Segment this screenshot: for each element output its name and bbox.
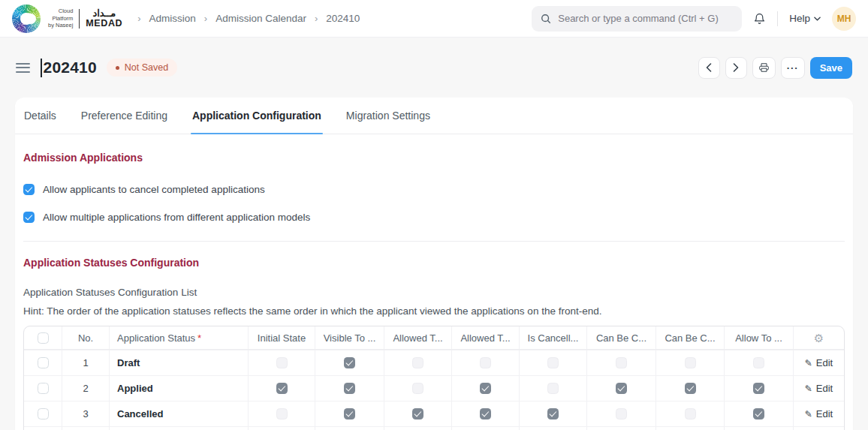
status-flag-cell	[451, 376, 519, 401]
status-flag-checkbox	[344, 357, 355, 368]
status-flag-cell	[519, 350, 586, 375]
brand-tagline: Cloud Platform by Naseej	[48, 8, 73, 29]
row-select-cell	[24, 376, 62, 401]
status-flag-checkbox	[547, 357, 559, 368]
global-search-input[interactable]: Search or type a command (Ctrl + G)	[532, 6, 742, 32]
edit-row-button[interactable]: ✎Edit	[805, 383, 833, 394]
user-avatar[interactable]: MH	[832, 7, 856, 31]
status-flag-checkbox	[412, 383, 423, 394]
status-flag-cell	[724, 350, 793, 375]
column-header-label: Visible To ...	[324, 332, 376, 344]
row-number-cell: 1	[62, 350, 109, 375]
tab-application-configuration[interactable]: Application Configuration	[191, 98, 323, 134]
brand-block[interactable]: Cloud Platform by Naseej مــداد MEDAD	[48, 8, 122, 29]
row-edit-cell: ✎Edit	[793, 427, 844, 430]
status-flag-cell	[315, 376, 384, 401]
search-icon	[541, 14, 551, 24]
column-header: Can Be C...	[656, 326, 724, 349]
print-button[interactable]	[752, 57, 776, 79]
row-edit-cell: ✎Edit	[793, 350, 844, 375]
status-flag-checkbox	[685, 383, 696, 394]
help-menu[interactable]: Help	[789, 13, 821, 24]
form-checkbox-option[interactable]: Allow applicants to cancel completed app…	[23, 184, 845, 195]
page-title[interactable]: 202410	[44, 59, 97, 77]
pencil-icon: ✎	[805, 358, 812, 368]
row-select-checkbox[interactable]	[38, 408, 49, 419]
row-number: 1	[83, 357, 88, 368]
column-header: Initial State	[248, 326, 315, 349]
notifications-bell-icon[interactable]	[753, 12, 766, 26]
status-flag-cell	[724, 376, 793, 401]
status-flag-checkbox	[412, 408, 423, 419]
grid-settings-gear-icon[interactable]: ⚙	[814, 332, 824, 344]
row-select-checkbox[interactable]	[38, 383, 49, 394]
edit-row-button[interactable]: ✎Edit	[805, 357, 833, 368]
status-flag-checkbox	[344, 408, 355, 419]
table-row: 3Cancelled✎Edit	[24, 401, 844, 426]
header-settings-cell: ⚙	[793, 326, 844, 349]
status-name: Draft	[117, 357, 140, 368]
row-number-cell: 4	[62, 427, 109, 430]
prev-button[interactable]	[698, 57, 720, 79]
save-button[interactable]: Save	[810, 57, 852, 79]
status-flag-cell	[248, 401, 315, 426]
status-flag-cell	[384, 376, 451, 401]
row-select-cell	[24, 427, 62, 430]
column-header: Visible To ...	[315, 326, 384, 349]
admission-applications-options: Allow applicants to cancel completed app…	[23, 184, 845, 223]
breadcrumb-item-202410[interactable]: 202410	[326, 13, 360, 24]
breadcrumb-separator-icon: ›	[204, 13, 207, 24]
breadcrumb-separator-icon: ›	[137, 13, 140, 24]
checkbox-icon[interactable]	[23, 212, 35, 223]
checkbox-label: Allow multiple applications from differe…	[43, 212, 310, 223]
status-name-cell: Applied	[109, 376, 248, 401]
status-flag-checkbox	[480, 383, 491, 394]
status-flag-cell	[451, 401, 519, 426]
table-row: 2Applied✎Edit	[24, 375, 844, 401]
status-flag-checkbox	[685, 357, 696, 368]
breadcrumb-item-admission-calendar[interactable]: Admission Calendar	[215, 13, 306, 24]
column-header: Can Be C...	[586, 326, 656, 349]
table-row: 1Draft✎Edit	[24, 350, 844, 375]
next-button[interactable]	[725, 57, 747, 79]
status-flag-cell	[248, 427, 315, 430]
text-caret	[41, 59, 42, 77]
row-select-checkbox[interactable]	[38, 357, 49, 368]
status-name: Cancelled	[117, 408, 163, 419]
column-header: Application Status*	[109, 326, 248, 349]
select-all-checkbox[interactable]	[38, 332, 49, 344]
status-flag-cell	[656, 350, 724, 375]
tab-details[interactable]: Details	[23, 98, 58, 134]
tab-migration-settings[interactable]: Migration Settings	[345, 98, 432, 134]
more-options-button[interactable]: ···	[781, 57, 805, 79]
checkbox-icon[interactable]	[23, 184, 35, 195]
help-label: Help	[789, 13, 810, 24]
edit-label: Edit	[816, 383, 833, 394]
status-flag-cell	[656, 376, 724, 401]
column-header-label: Allowed T...	[460, 332, 510, 344]
statuses-list-label: Application Statuses Configuration List	[23, 287, 845, 298]
row-number-cell: 3	[62, 401, 109, 426]
medad-logo-icon[interactable]	[12, 5, 41, 33]
column-header: Is Cancell...	[519, 326, 586, 349]
status-flag-checkbox	[753, 383, 764, 394]
tab-preference-editing[interactable]: Preference Editing	[80, 98, 169, 134]
status-name: Applied	[117, 383, 153, 394]
status-name-cell: Rejected	[109, 427, 248, 430]
form-checkbox-option[interactable]: Allow multiple applications from differe…	[23, 212, 845, 223]
status-name-cell: Cancelled	[109, 401, 248, 426]
status-flag-cell	[315, 350, 384, 375]
table-row: 4Rejected✎Edit	[24, 426, 844, 430]
row-number: 2	[83, 383, 88, 394]
status-flag-checkbox	[547, 383, 559, 394]
status-flag-cell	[656, 427, 724, 430]
edit-label: Edit	[816, 357, 833, 368]
section-divider	[23, 241, 845, 242]
form-card: DetailsPreference EditingApplication Con…	[15, 98, 853, 430]
menu-hamburger-icon[interactable]	[16, 63, 30, 73]
edit-row-button[interactable]: ✎Edit	[805, 408, 833, 419]
status-flag-checkbox	[412, 357, 423, 368]
chevron-down-icon	[814, 17, 821, 21]
breadcrumb-item-admission[interactable]: Admission	[149, 13, 196, 24]
status-flag-cell	[451, 350, 519, 375]
